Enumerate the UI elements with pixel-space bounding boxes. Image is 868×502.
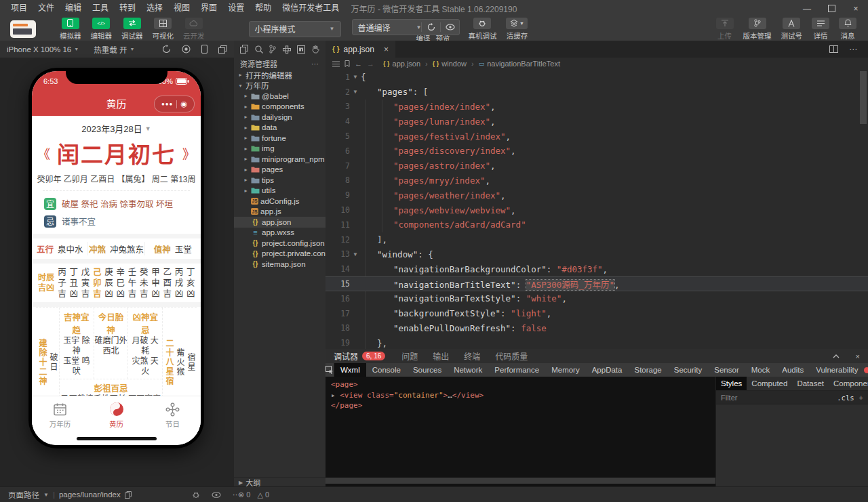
code-line-16[interactable]: 16"navigationBarTextStyle": "white", — [326, 291, 868, 306]
tree-item-打开的编辑器[interactable]: ▸打开的编辑器 — [234, 70, 326, 81]
devtools-tab-Sources[interactable]: Sources — [407, 363, 448, 377]
menu-设置[interactable]: 设置 — [222, 0, 250, 17]
close-icon[interactable]: × — [856, 352, 860, 360]
toolbar-button-模拟器[interactable]: 模拟器 — [60, 18, 81, 41]
outline-section[interactable]: ▶ 大纲 — [234, 477, 326, 487]
bookmark-icon[interactable] — [344, 60, 350, 67]
tree-item-sitemap.json[interactable]: {}sitemap.json — [234, 259, 326, 270]
menu-编辑[interactable]: 编辑 — [60, 0, 87, 17]
devtools-tab-Vulnerability[interactable]: Vulnerability — [810, 363, 864, 377]
devtools-tab-Performance[interactable]: Performance — [488, 363, 545, 377]
clear-cache-button[interactable]: ▼ 清缓存 — [506, 18, 528, 41]
code-line-3[interactable]: 3"pages/index/index", — [326, 100, 868, 114]
devtools-tab-Audits[interactable]: Audits — [776, 363, 810, 377]
filter-input[interactable]: Filter — [721, 394, 737, 402]
remote-debug-button[interactable]: 真机调试 — [468, 18, 496, 41]
debugger-tab-问题[interactable]: 问题 — [401, 350, 418, 362]
list-icon[interactable] — [332, 61, 340, 67]
toolbar-button-可视化[interactable]: 可视化 — [153, 18, 174, 41]
page-path-label[interactable]: 页面路径 — [8, 489, 39, 500]
menu-项目[interactable]: 项目 — [5, 0, 33, 17]
devtools-tab-Network[interactable]: Network — [448, 363, 488, 377]
phone-tab-节日[interactable]: 节日 — [144, 396, 201, 434]
menu-工具[interactable]: 工具 — [87, 0, 114, 17]
tree-item-components[interactable]: ▸components — [234, 102, 326, 112]
screenshot-icon[interactable] — [182, 45, 191, 54]
devtools-tab-Wxml[interactable]: Wxml — [334, 363, 366, 377]
more-icon[interactable]: ⋯ — [311, 60, 319, 68]
devtools-tab-Console[interactable]: Console — [366, 363, 407, 377]
styles-tab-Component Data[interactable]: Component Data — [829, 377, 868, 390]
error-count[interactable]: 6 — [864, 366, 868, 374]
tab-app-json[interactable]: { } app.json × — [326, 41, 395, 58]
extensions-icon[interactable] — [283, 45, 291, 54]
add-style-icon[interactable]: + — [859, 394, 863, 402]
tree-item-project.private.config.js...[interactable]: {}project.private.config.js... — [234, 249, 326, 259]
breadcrumb-navigationBarTitleText[interactable]: ▭navigationBarTitleText — [479, 60, 560, 68]
tree-item-data[interactable]: ▸data — [234, 123, 326, 133]
code-line-1[interactable]: 1▼{ — [326, 70, 868, 85]
debugger-tab-输出[interactable]: 输出 — [433, 350, 449, 362]
forward-icon[interactable]: → — [367, 60, 374, 68]
wxml-line-1[interactable]: <page> — [331, 379, 715, 390]
wxml-tree[interactable]: <page>▸ <view class="container">…</view>… — [326, 377, 715, 487]
more-icon[interactable]: ⋯ — [849, 45, 857, 54]
tree-item-adConfig.js[interactable]: JSadConfig.js — [234, 196, 326, 207]
code-line-14[interactable]: 14"navigationBarBackgroundColor": "#d03f… — [326, 262, 868, 276]
devtools-tab-AppData[interactable]: AppData — [586, 363, 629, 377]
editor-scrollbar[interactable] — [860, 71, 867, 124]
menu-界面[interactable]: 界面 — [195, 0, 222, 17]
compile-button[interactable] — [422, 23, 440, 31]
tree-item-utils[interactable]: ▸utils — [234, 186, 326, 196]
compile-select[interactable]: 普通编译 — [353, 22, 411, 33]
menu-视图[interactable]: 视图 — [168, 0, 195, 17]
cls-toggle[interactable]: .cls — [837, 394, 854, 402]
code-line-12[interactable]: 12], — [326, 232, 868, 247]
tree-item-tips[interactable]: ▸tips — [234, 175, 326, 186]
toolbar-button-版本管理[interactable]: 版本管理 — [743, 18, 772, 41]
phone-tab-万年历[interactable]: 万年历 — [32, 396, 88, 434]
code-line-7[interactable]: 7"pages/astro/index", — [326, 159, 868, 173]
tree-item-dailysign[interactable]: ▸dailysign — [234, 112, 326, 123]
toolbar-button-编辑器[interactable]: </>编辑器 — [91, 18, 113, 41]
menu-微信开发者工具[interactable]: 微信开发者工具 — [277, 0, 344, 17]
fold-icon[interactable]: ▼ — [350, 89, 361, 95]
tree-item-@babel[interactable]: ▸@babel — [234, 91, 326, 102]
multi-window-icon[interactable] — [218, 45, 227, 54]
devtools-tab-Sensor[interactable]: Sensor — [708, 363, 745, 377]
prev-day-arrow[interactable]: 《 — [37, 144, 50, 163]
code-editor[interactable]: 1▼{2▼"pages": [3"pages/index/index",4"pa… — [326, 70, 868, 349]
code-line-10[interactable]: 10"pages/webview/webview", — [326, 203, 868, 217]
styles-tab-Dataset[interactable]: Dataset — [792, 377, 829, 390]
miniprogram-capsule[interactable]: ●●● ◉ — [154, 96, 195, 112]
debugger-title[interactable]: 调试器 — [334, 350, 358, 362]
tree-item-img[interactable]: ▸img — [234, 144, 326, 154]
copy-icon[interactable] — [125, 491, 132, 499]
preview-button[interactable] — [441, 24, 459, 30]
files-icon[interactable] — [240, 45, 248, 54]
search-icon[interactable] — [255, 45, 263, 54]
menu-帮助[interactable]: 帮助 — [250, 0, 277, 17]
toolbar-button-测试号[interactable]: 测试号 — [781, 18, 803, 41]
code-line-17[interactable]: 17"backgroundTextStyle": "light", — [326, 306, 868, 321]
tree-item-pages[interactable]: ▸pages — [234, 165, 326, 175]
breadcrumb-window[interactable]: { }window — [433, 60, 467, 68]
tree-item-miniprogram_npm[interactable]: ▸miniprogram_npm — [234, 154, 326, 165]
devtools-tab-Memory[interactable]: Memory — [545, 363, 586, 377]
menu-文件[interactable]: 文件 — [33, 0, 60, 17]
phone-tab-黄历[interactable]: 黄历 — [88, 396, 144, 434]
menu-转到[interactable]: 转到 — [114, 0, 141, 17]
code-line-4[interactable]: 4"pages/lunar/index", — [326, 114, 868, 129]
debugger-tab-代码质量[interactable]: 代码质量 — [495, 350, 528, 362]
devtools-tab-Storage[interactable]: Storage — [628, 363, 667, 377]
code-line-9[interactable]: 9"pages/weather/index", — [326, 188, 868, 203]
devtools-tab-Security[interactable]: Security — [668, 363, 709, 377]
toolbar-button-详情[interactable]: 详情 — [812, 18, 829, 41]
more-icon[interactable]: ●●● — [161, 101, 174, 107]
inspect-element-icon[interactable] — [326, 363, 334, 377]
eye-icon[interactable] — [212, 492, 221, 498]
code-line-18[interactable]: 18"enablePullDownRefresh": false — [326, 321, 868, 336]
tree-item-万年历[interactable]: ▾万年历 — [234, 81, 326, 91]
debugger-tab-终端[interactable]: 终端 — [464, 350, 480, 362]
wxml-line-3[interactable]: </page> — [331, 400, 715, 411]
